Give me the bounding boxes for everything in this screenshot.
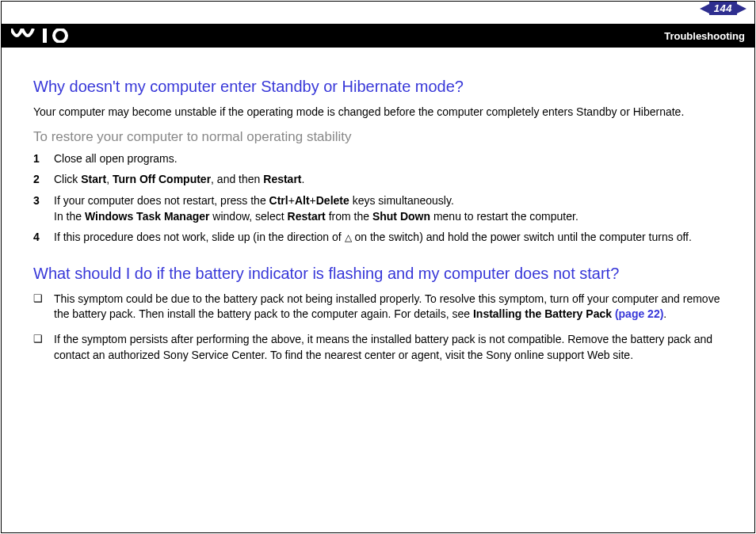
numbered-steps: 1 Close all open programs. 2 Click Start… [33, 151, 727, 246]
intro-paragraph: Your computer may become unstable if the… [33, 105, 727, 120]
step-text: If your computer does not restart, press… [54, 193, 727, 224]
vaio-logo-icon [11, 29, 84, 43]
bullet-list: ❑ This symptom could be due to the batte… [33, 292, 727, 363]
bullet-text: If the symptom persists after performing… [54, 332, 727, 363]
svg-point-1 [54, 29, 67, 42]
svg-rect-0 [43, 29, 47, 43]
square-bullet-icon: ❑ [33, 292, 54, 306]
header-bar: Troubleshooting [2, 24, 754, 48]
step-number: 2 [33, 172, 54, 188]
triangle-up-icon: △ [345, 231, 352, 245]
section-label: Troubleshooting [664, 30, 745, 42]
list-item: ❑ If the symptom persists after performi… [33, 332, 727, 363]
step-1: 1 Close all open programs. [33, 151, 727, 167]
page-navigation: 144 [700, 2, 746, 15]
square-bullet-icon: ❑ [33, 332, 54, 346]
step-2: 2 Click Start, Turn Off Computer, and th… [33, 172, 727, 188]
bullet-text: This symptom could be due to the battery… [54, 292, 727, 322]
next-page-arrow-icon[interactable] [737, 4, 746, 13]
page-number: 144 [709, 2, 737, 15]
page-frame: 144 Troubleshooting Why doesn't my compu… [1, 1, 755, 533]
step-number: 1 [33, 151, 54, 167]
content-area: Why doesn't my computer enter Standby or… [2, 48, 754, 388]
step-text: Click Start, Turn Off Computer, and then… [54, 172, 727, 188]
step-number: 4 [33, 230, 54, 246]
page-link[interactable]: (page 22) [615, 307, 663, 320]
step-3: 3 If your computer does not restart, pre… [33, 193, 727, 224]
top-bar: 144 [2, 2, 754, 24]
step-number: 3 [33, 193, 54, 209]
step-text: Close all open programs. [54, 151, 727, 167]
step-4: 4 If this procedure does not work, slide… [33, 230, 727, 246]
question-heading-2: What should I do if the battery indicato… [33, 263, 727, 284]
restore-subheading: To restore your computer to normal opera… [33, 129, 727, 145]
list-item: ❑ This symptom could be due to the batte… [33, 292, 727, 322]
prev-page-arrow-icon[interactable] [700, 4, 709, 13]
step-text: If this procedure does not work, slide u… [54, 230, 727, 246]
question-heading-1: Why doesn't my computer enter Standby or… [33, 76, 727, 97]
